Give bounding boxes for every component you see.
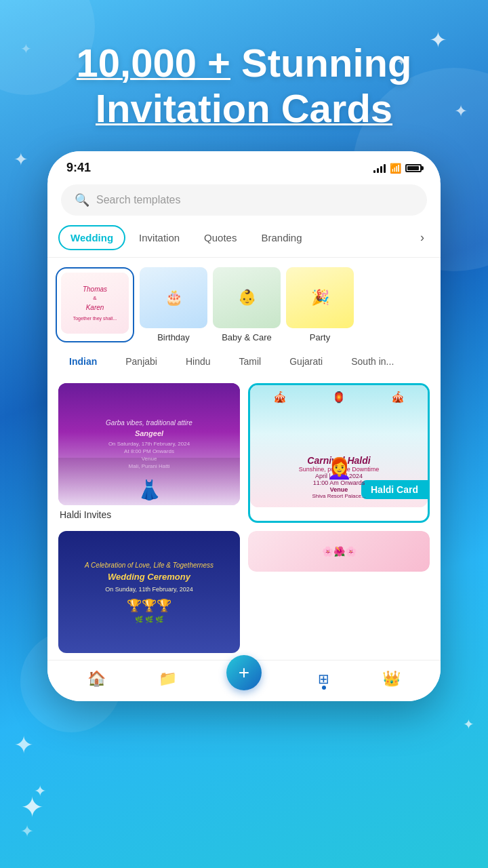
phone-frame: 9:41 📶 🔍 Search templates Wedding Invita… — [47, 151, 441, 701]
search-placeholder: Search templates — [96, 194, 181, 206]
status-time: 9:41 — [66, 161, 91, 175]
category-label-baby: Baby & Care — [222, 332, 272, 342]
tab-invitation[interactable]: Invitation — [128, 226, 190, 249]
search-bar[interactable]: 🔍 Search templates — [61, 184, 427, 216]
category-label-birthday: Birthday — [157, 332, 190, 342]
category-baby[interactable]: 👶 Baby & Care — [213, 267, 281, 342]
hero-title-underlined: 10,000 + — [77, 41, 230, 85]
tab-quotes[interactable]: Quotes — [193, 226, 247, 249]
signal-icon — [373, 163, 386, 173]
haldi-card-visual: Garba vibes, traditional attire Sangeel … — [58, 383, 240, 505]
category-thumb-party: 🎉 — [286, 267, 354, 328]
active-nav-dot — [322, 686, 326, 690]
category-birthday[interactable]: 🎂 Birthday — [140, 267, 207, 342]
wedding2-card-visual: A Celebration of Love, Life & Togetherne… — [58, 531, 240, 653]
hero-title-line2: Invitation Cards — [96, 86, 392, 130]
tab-row: Wedding Invitation Quotes Branding › — [47, 225, 441, 258]
nav-crown[interactable]: 👑 — [382, 670, 401, 688]
card-img-carnival: 🎪🏮🎪 Carnival Haldi Sunshine, poolside Do… — [250, 385, 428, 507]
bottom-nav: 🏠 📁 ⊞ 👑 + — [47, 660, 441, 701]
filter-gujarati[interactable]: Gujarati — [279, 352, 333, 371]
category-thumb-wedding: Thomas & Karen Together they shall... — [61, 273, 129, 334]
card-label-haldi: Haldi Invites — [58, 505, 240, 523]
category-party[interactable]: 🎉 Party — [286, 267, 354, 342]
category-row: Thomas & Karen Together they shall... 🎂 … — [47, 258, 441, 347]
category-wedding[interactable]: Thomas & Karen Together they shall... — [56, 267, 134, 342]
search-icon: 🔍 — [75, 193, 89, 208]
status-icons: 📶 — [373, 163, 422, 174]
card-wedding-ceremony[interactable]: A Celebration of Love, Life & Togetherne… — [58, 531, 240, 653]
category-label-party: Party — [310, 332, 330, 342]
wifi-icon: 📶 — [390, 163, 401, 174]
filter-tamil[interactable]: Tamil — [228, 352, 272, 371]
crown-icon: 👑 — [382, 670, 401, 688]
hero-title: 10,000 + Stunning Invitation Cards — [27, 41, 461, 131]
filter-panjabi[interactable]: Panjabi — [115, 352, 168, 371]
battery-icon — [405, 164, 422, 172]
hero-section: 10,000 + Stunning Invitation Cards — [0, 0, 488, 151]
fab-button[interactable]: + — [226, 655, 262, 690]
birthday-thumb-visual: 🎂 — [140, 267, 207, 328]
party-thumb-visual: 🎉 — [286, 267, 354, 328]
card-haldi-invites[interactable]: Garba vibes, traditional attire Sangeel … — [58, 383, 240, 523]
card-img-wedding2: A Celebration of Love, Life & Togetherne… — [58, 531, 240, 653]
tab-more-button[interactable]: › — [415, 228, 430, 248]
status-bar: 9:41 📶 — [47, 151, 441, 180]
wedding-card-preview: Thomas & Karen Together they shall... — [61, 273, 129, 334]
tab-branding[interactable]: Branding — [250, 226, 312, 249]
folder-icon: 📁 — [159, 670, 177, 688]
tab-wedding[interactable]: Wedding — [58, 225, 125, 250]
partial-card-visual: 🌸🌺🌸 — [248, 531, 430, 572]
category-thumb-baby: 👶 — [213, 267, 281, 328]
filter-indian[interactable]: Indian — [58, 352, 108, 371]
home-icon: 🏠 — [87, 670, 106, 688]
card-img-partial: 🌸🌺🌸 — [248, 531, 430, 572]
nav-grid[interactable]: ⊞ — [318, 671, 329, 687]
card-partial[interactable]: 🌸🌺🌸 — [248, 531, 430, 653]
baby-thumb-visual: 👶 — [213, 267, 281, 328]
card-img-haldi: Garba vibes, traditional attire Sangeel … — [58, 383, 240, 505]
filter-south[interactable]: South in... — [340, 352, 405, 371]
card-carnival-haldi[interactable]: 🎪🏮🎪 Carnival Haldi Sunshine, poolside Do… — [248, 383, 430, 523]
filter-row: Indian Panjabi Hindu Tamil Gujarati Sout… — [47, 347, 441, 376]
grid-icon: ⊞ — [318, 671, 329, 687]
cards-grid: Garba vibes, traditional attire Sangeel … — [47, 376, 441, 660]
nav-home[interactable]: 🏠 — [87, 670, 106, 688]
filter-hindu[interactable]: Hindu — [175, 352, 222, 371]
bottom-left-sparkle: ✦ ✦ — [20, 793, 44, 841]
nav-folder[interactable]: 📁 — [159, 670, 177, 688]
category-thumb-birthday: 🎂 — [140, 267, 207, 328]
